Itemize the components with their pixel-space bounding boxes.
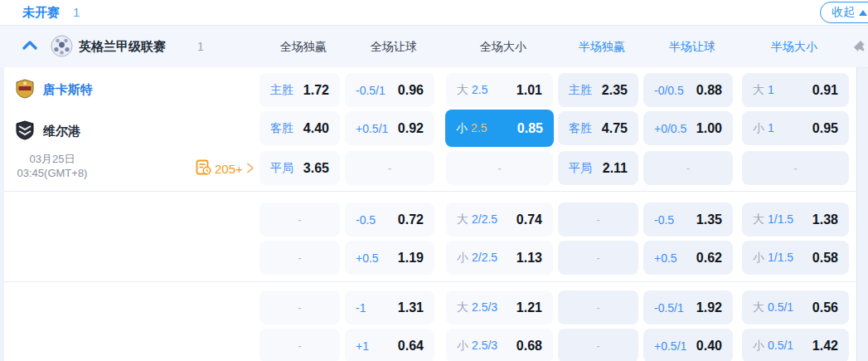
- column-header[interactable]: 半场让球: [669, 26, 715, 67]
- odds-cell[interactable]: 大2.5/31.21: [446, 290, 553, 324]
- odds-cell[interactable]: +10.64: [345, 329, 434, 361]
- away-team-row[interactable]: 维尔港: [0, 115, 80, 149]
- column-header[interactable]: 全场让球: [371, 26, 417, 67]
- soccer-ball-icon: [51, 35, 73, 61]
- odds-cell[interactable]: 小1/1.50.58: [742, 241, 849, 275]
- odds-cell[interactable]: -0/0.50.88: [643, 73, 733, 107]
- odds-cell[interactable]: 主胜2.35: [558, 73, 638, 107]
- odds-label: +0.5: [356, 251, 379, 265]
- odds-cell[interactable]: 客胜4.40: [259, 111, 340, 145]
- odds-label: 大2/2.5: [457, 212, 497, 227]
- odds-label: 平局: [569, 161, 592, 176]
- odds-cell[interactable]: 大2/2.50.74: [446, 202, 553, 237]
- odds-label: 大2.5: [457, 83, 487, 98]
- odds-value: 0.68: [516, 339, 542, 354]
- odds-value: 0.96: [398, 83, 424, 98]
- odds-label: 客胜: [270, 121, 293, 136]
- odds-cell[interactable]: -0.50.72: [345, 202, 434, 237]
- odds-value: 0.95: [812, 121, 838, 136]
- empty-odds-cell: -: [558, 241, 638, 275]
- odds-cell[interactable]: 小0.5/11.42: [742, 329, 849, 361]
- stats-icon: [196, 159, 211, 178]
- odds-label: +0.5/1: [356, 122, 388, 135]
- odds-cell[interactable]: +0/0.51.00: [643, 111, 733, 145]
- column-header[interactable]: 全场独赢: [280, 26, 327, 67]
- odds-cell[interactable]: 小2.5/30.68: [446, 329, 553, 361]
- odds-value: 1.13: [516, 251, 542, 266]
- home-team-row[interactable]: 唐卡斯特: [0, 73, 93, 107]
- empty-odds-cell: -: [345, 151, 434, 185]
- odds-cell[interactable]: 大0.5/10.56: [742, 290, 849, 324]
- odds-value: 4.75: [602, 121, 628, 136]
- ou-prefix: 小: [456, 121, 468, 136]
- odds-value: 0.72: [398, 212, 424, 227]
- odds-value: 0.58: [812, 251, 838, 266]
- ou-line: 2.5: [471, 121, 487, 134]
- odds-value: 0.74: [516, 212, 542, 227]
- odds-cell[interactable]: 主胜1.72: [259, 73, 340, 107]
- odds-cell[interactable]: +0.51.19: [345, 241, 434, 275]
- empty-odds-cell: -: [446, 151, 553, 185]
- odds-value: 1.31: [398, 300, 424, 315]
- more-markets-link[interactable]: 205+: [196, 159, 255, 178]
- ou-line: 1: [768, 121, 774, 134]
- odds-cell[interactable]: 大10.91: [742, 73, 849, 107]
- pin-icon[interactable]: [853, 40, 866, 56]
- chevron-up-icon[interactable]: [22, 40, 37, 55]
- collapse-button[interactable]: 收起: [820, 2, 868, 23]
- odds-cell[interactable]: +0.5/10.92: [345, 111, 434, 145]
- markets-count: 205+: [215, 162, 243, 176]
- ou-line: 1/1.5: [768, 212, 793, 226]
- odds-cell[interactable]: -0.5/11.92: [643, 290, 733, 324]
- odds-cell[interactable]: 客胜4.75: [558, 111, 638, 145]
- odds-cell[interactable]: 小10.95: [742, 111, 849, 145]
- league-match-count: 1: [197, 26, 204, 67]
- odds-label: -1: [356, 301, 366, 315]
- odds-cell[interactable]: 小2/2.51.13: [446, 241, 553, 275]
- match-date: 03月25日: [5, 152, 99, 166]
- ou-prefix: 大: [753, 83, 764, 98]
- empty-odds-cell: -: [259, 290, 340, 324]
- ou-prefix: 大: [457, 300, 468, 315]
- home-team-badge-icon: [16, 79, 34, 102]
- empty-odds-cell: -: [558, 202, 638, 237]
- ou-prefix: 小: [457, 251, 468, 266]
- odds-value: 2.11: [603, 161, 628, 176]
- odds-value: 1.42: [812, 339, 838, 354]
- odds-cell[interactable]: -0.51.35: [643, 202, 733, 237]
- odds-value: 2.35: [602, 83, 628, 98]
- ou-line: 2/2.5: [472, 212, 497, 226]
- odds-value: 4.40: [303, 121, 329, 136]
- empty-odds-cell: -: [259, 241, 340, 275]
- odds-cell[interactable]: 大2.51.01: [446, 73, 553, 107]
- odds-value: 0.62: [696, 251, 722, 266]
- odds-label: 小2.5/3: [457, 339, 497, 354]
- odds-label: 小2/2.5: [457, 251, 497, 266]
- league-name[interactable]: 英格兰甲级联赛: [79, 26, 166, 67]
- odds-cell[interactable]: 平局2.11: [558, 151, 638, 185]
- empty-odds-cell: -: [742, 151, 849, 185]
- odds-cell[interactable]: 小2.50.85: [445, 110, 554, 147]
- odds-label: 大1/1.5: [753, 212, 793, 227]
- column-header[interactable]: 半场独赢: [579, 26, 625, 67]
- ou-line: 1: [768, 83, 774, 96]
- left-edge-strip: [0, 67, 4, 361]
- odds-label: 客胜: [569, 121, 592, 136]
- ou-line: 2.5/3: [472, 300, 497, 314]
- odds-cell[interactable]: -0.5/10.96: [345, 73, 434, 107]
- column-header[interactable]: 全场大小: [480, 26, 526, 67]
- ou-line: 2.5/3: [472, 339, 497, 352]
- column-header[interactable]: 半场大小: [771, 26, 817, 67]
- odds-cell[interactable]: +0.5/10.40: [643, 329, 733, 361]
- odds-cell[interactable]: +0.50.62: [643, 241, 733, 275]
- odds-cell[interactable]: 平局3.65: [259, 151, 340, 185]
- odds-value: 0.88: [696, 83, 722, 98]
- odds-value: 1.72: [303, 83, 329, 98]
- collapse-label: 收起: [832, 5, 855, 20]
- odds-value: 3.65: [303, 161, 329, 176]
- odds-value: 1.00: [696, 121, 722, 136]
- odds-cell[interactable]: 大1/1.51.38: [742, 202, 849, 237]
- odds-value: 1.92: [696, 300, 722, 315]
- odds-cell[interactable]: -11.31: [345, 290, 434, 324]
- odds-value: 1.21: [516, 300, 542, 315]
